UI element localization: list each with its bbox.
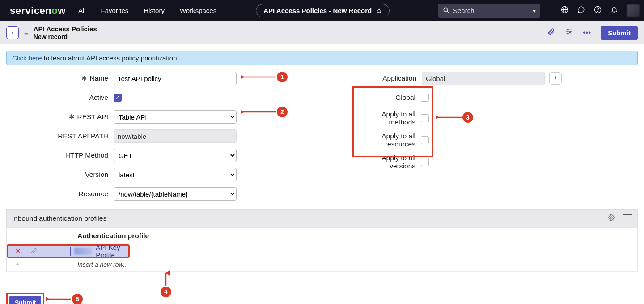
svg-point-12 [568,33,569,34]
gear-icon[interactable] [608,214,615,223]
page-subtitle: New record [34,33,97,41]
application-info-icon[interactable]: i [549,72,562,85]
name-field[interactable] [114,72,237,85]
svg-point-17 [610,217,612,218]
attachment-icon[interactable] [547,28,555,38]
submit-button-top[interactable]: Submit [601,26,638,40]
page-title-group: API Access Policies New record [34,25,97,41]
settings-icon[interactable] [565,28,573,38]
info-banner-link[interactable]: Click here [12,54,42,62]
svg-point-6 [597,11,598,12]
nav-links: All Favorites History Workspaces [78,7,216,14]
pill-title: API Access Policies - New Record [263,7,372,14]
nav-workspaces[interactable]: Workspaces [180,7,216,14]
form-right-column: Application i Global Apply to all method… [293,72,633,206]
application-field [422,72,545,85]
nav-all[interactable]: All [78,7,86,14]
nav-history[interactable]: History [144,7,165,14]
svg-line-1 [447,11,449,13]
edit-row-icon[interactable] [31,248,37,255]
active-checkbox[interactable]: ✓ [114,94,122,102]
search-group: Search ▾ [438,4,540,18]
auth-profile-table: Authentication profile ✕ API Key Profile… [6,227,638,272]
global-checkbox[interactable] [421,94,429,102]
redacted-name [74,248,92,255]
auth-profile-column-header[interactable]: Authentication profile [77,232,149,240]
search-input[interactable]: Search [438,4,528,18]
apply-all-methods-checkbox[interactable] [421,114,429,122]
rest-api-select[interactable]: Table API [114,110,237,124]
globe-icon[interactable] [561,6,568,15]
breadcrumb-pill[interactable]: API Access Policies - New Record ☆ [256,4,390,17]
page-title: API Access Policies [34,25,97,33]
search-dropdown[interactable]: ▾ [528,4,540,18]
required-icon: ✱ [81,74,87,82]
add-row-icon[interactable]: ＋ [14,261,20,269]
apply-all-resources-checkbox[interactable] [421,136,429,144]
http-method-select[interactable]: GET [114,149,237,162]
svg-point-10 [568,29,569,30]
svg-point-5 [594,6,601,13]
insert-row[interactable]: ＋ Insert a new row... [7,258,637,272]
bell-icon[interactable] [610,6,618,15]
logo: servicenow [10,5,66,17]
nav-favorites[interactable]: Favorites [101,7,129,14]
search-icon [443,7,449,15]
help-icon[interactable] [594,6,602,15]
context-menu-icon[interactable]: ≡ [24,29,28,37]
annotation-4: 4 [161,270,171,297]
info-banner: Click here to learn about API access pol… [6,51,638,65]
more-actions-icon[interactable]: ••• [583,28,591,37]
chat-icon[interactable] [577,6,585,15]
form-header: ≡ API Access Policies New record ••• Sub… [0,21,644,44]
form-left-column: ✱Name Active ✓ ✱REST API Table API REST … [11,72,280,206]
apply-all-versions-checkbox[interactable] [421,158,429,166]
collapse-icon[interactable]: — [623,214,632,223]
svg-point-0 [444,8,448,12]
top-navbar: servicenow All Favorites History Workspa… [0,0,644,21]
related-list-header: Inbound authentication profiles — [6,209,638,228]
resource-select[interactable]: /now/table/{tableName} [114,187,237,201]
version-select[interactable]: latest [114,168,237,181]
avatar[interactable] [627,4,640,17]
rest-api-path-field [114,129,237,143]
back-button[interactable] [6,26,19,39]
delete-row-icon[interactable]: ✕ [15,247,21,255]
nav-more-icon[interactable]: ⋮ [229,7,237,15]
table-row[interactable]: ✕ API Key Profile [7,244,130,258]
auth-profile-link[interactable]: API Key Profile [96,244,125,259]
svg-point-11 [569,31,571,32]
top-icons [561,4,640,17]
star-icon[interactable]: ☆ [376,7,382,15]
required-icon: ✱ [69,113,75,121]
